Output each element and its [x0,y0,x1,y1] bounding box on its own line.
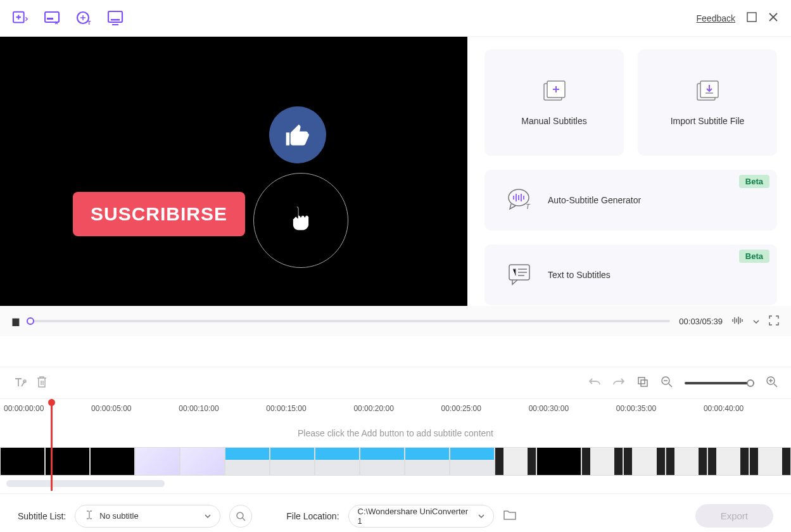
subscribe-overlay: SUSCRIBIRSE [73,192,245,236]
manual-subtitles-label: Manual Subtitles [521,116,587,126]
pause-button[interactable]: ▮▮ [11,315,18,327]
text-to-subtitles-label: Text to Subtitles [548,270,611,280]
delete-icon[interactable] [35,375,48,391]
time-mark: 00:00:30:00 [529,404,616,413]
zoom-in-icon[interactable] [766,376,778,390]
text-style-icon[interactable] [13,375,27,391]
time-mark: 00:00:00:00 [4,404,91,413]
zoom-slider[interactable] [685,382,754,384]
time-display: 00:03/05:39 [679,317,723,326]
fullscreen-icon[interactable] [768,315,780,328]
file-location-dropdown[interactable]: C:\Wondershare UniConverter 1 [348,505,494,528]
timeline-hint: Please click the Add button to add subti… [0,413,791,447]
export-button[interactable]: Export [695,504,773,528]
time-mark: 00:00:40:00 [704,404,791,413]
text-cursor-icon [84,510,94,522]
text-bubble-icon [507,263,533,288]
like-icon [269,106,326,163]
svg-rect-17 [641,380,647,386]
footer: Subtitle List: No subtitle File Location… [0,493,791,532]
speech-icon: T [507,187,533,213]
time-mark: 00:00:15:00 [266,404,353,413]
progress-bar[interactable] [27,320,670,322]
svg-rect-7 [747,13,756,22]
timeline[interactable]: 00:00:00:00 00:00:05:00 00:00:10:00 00:0… [0,398,791,493]
thumbnail [90,447,135,476]
plus-document-icon [540,79,568,104]
subtitle-list-label: Subtitle List: [18,511,66,521]
svg-rect-1 [45,12,59,22]
add-subtitle-icon[interactable] [44,10,61,27]
thumbnail [749,447,791,476]
thumbnail [315,447,360,476]
playhead[interactable] [51,399,53,491]
thumbnail [360,447,405,476]
manual-subtitles-button[interactable]: Manual Subtitles [484,49,624,156]
waveform-icon[interactable] [731,315,744,327]
thumbnail [225,447,270,476]
thumbnail [450,447,495,476]
text-subtitle-icon[interactable] [108,10,124,27]
search-button[interactable] [229,505,252,528]
import-subtitle-label: Import Subtitle File [671,116,745,126]
maximize-icon[interactable] [747,12,757,24]
cursor-icon [253,173,348,268]
add-file-icon[interactable] [13,10,29,27]
thumbnail [180,447,225,476]
svg-rect-6 [111,19,120,21]
chevron-down-icon [478,511,484,521]
subtitle-list-dropdown[interactable]: No subtitle [75,505,220,528]
file-location-label: File Location: [286,511,339,521]
svg-point-20 [237,512,243,519]
time-ruler: 00:00:00:00 00:00:05:00 00:00:10:00 00:0… [0,399,791,413]
redo-icon[interactable] [612,376,625,390]
svg-text:T: T [87,20,91,26]
timeline-toolbar [0,367,791,398]
video-track[interactable] [0,447,791,476]
thumbnail [536,447,581,476]
title-bar: T Feedback [0,0,791,37]
player-controls: ▮▮ 00:03/05:39 [0,306,791,336]
time-mark: 00:00:10:00 [179,404,266,413]
import-subtitle-button[interactable]: Import Subtitle File [638,49,777,156]
subtitle-value: No subtitle [99,511,138,521]
beta-badge: Beta [739,250,769,263]
thumbnail [270,447,315,476]
file-location-value: C:\Wondershare UniConverter 1 [358,507,473,526]
time-mark: 00:00:25:00 [441,404,529,413]
svg-rect-2 [47,18,53,20]
auto-subtitle-label: Auto-Subtitle Generator [548,195,641,205]
chevron-down-icon [205,511,211,521]
thumbnail [405,447,450,476]
svg-text:T: T [526,203,531,210]
zoom-out-icon[interactable] [661,376,673,390]
thumbnail [707,447,749,476]
thumbnail [135,447,180,476]
beta-badge: Beta [739,175,769,188]
auto-subtitle-button[interactable]: Beta T Auto-Subtitle Generator [484,170,777,231]
time-mark: 00:00:20:00 [353,404,441,413]
thumbnail [581,447,623,476]
chevron-down-icon[interactable] [753,317,759,326]
undo-icon[interactable] [588,376,601,390]
time-mark: 00:00:05:00 [91,404,179,413]
video-preview[interactable]: SUSCRIBIRSE [0,37,467,306]
open-folder-icon[interactable] [503,509,517,522]
time-mark: 00:00:35:00 [616,404,704,413]
thumbnail [0,447,45,476]
thumbnail [623,447,665,476]
crop-icon[interactable] [636,376,649,390]
thumbnail [666,447,707,476]
feedback-link[interactable]: Feedback [697,13,735,23]
text-to-subtitles-button[interactable]: Beta Text to Subtitles [484,244,777,305]
import-file-icon [693,79,721,104]
auto-generate-icon[interactable]: T [76,10,92,27]
thumbnail [495,447,536,476]
timeline-scrollbar[interactable] [6,480,165,487]
svg-rect-16 [638,377,645,384]
close-icon[interactable] [768,12,778,24]
